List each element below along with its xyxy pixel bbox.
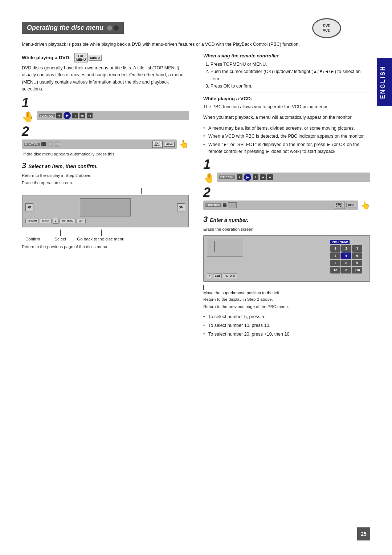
select-label: Select <box>54 237 66 241</box>
dvd-buttons: TOPMENU MENU <box>74 53 102 62</box>
step2-remote: FUNCTION AV VCD TOPMENU MENU <box>22 139 177 150</box>
dvd-section-text: DVD discs generally have their own menus… <box>22 65 189 93</box>
page-title: Operating the disc menu <box>27 24 103 32</box>
vcd-pause-btn: ⏸ <box>253 174 258 180</box>
remote-section: When using the remote controller Press T… <box>203 53 370 90</box>
pbc-display <box>207 239 243 257</box>
step2-diagram: FUNCTION AV VCD TOPMENU MENU 👆 <box>22 139 189 150</box>
final-bullet-1: To select number 5, press 5. <box>203 313 370 320</box>
top-annotation <box>22 188 189 194</box>
vcd-remote-bar-1: FUNCTION ■ ▶ ⏸ ⏮ ⏭ <box>217 173 370 182</box>
pbc-bottom: « E/Nt RETURN <box>207 274 367 278</box>
bottom-caption: Return to the previous page of the discs… <box>22 244 189 250</box>
vcd-bullet-2: When a VCD with PBC is detected, the PBC… <box>203 133 370 140</box>
remote-step-3: Press OK to confirm. <box>211 82 370 90</box>
dot2 <box>114 25 119 31</box>
num-2[interactable]: 2 <box>341 245 351 252</box>
s1-btn <box>41 142 46 146</box>
top-menu-btn: TOPMENU <box>74 53 88 62</box>
top-menu-btn2: TOPMENU <box>152 141 163 148</box>
pbc-num-grid: 1 2 3 4 5 6 7 8 9 10 0 +10 <box>330 245 367 274</box>
menu-diagram: ≪ ≫ RETURN ENTER ∨ TOP MENU EXIT <box>22 188 189 242</box>
vcd-bullet-3: When "►" or "SELECT" is displayed on the… <box>203 141 370 155</box>
num-8[interactable]: 8 <box>341 260 351 266</box>
vcd-step1-diagram: 🤚 FUNCTION ■ ▶ ⏸ ⏮ ⏭ <box>203 173 370 184</box>
pbc-annotation-line <box>215 241 215 252</box>
right-column: When using the remote controller Press T… <box>203 53 370 340</box>
num-7[interactable]: 7 <box>330 260 340 266</box>
language-tab: ENGLISH <box>377 58 392 106</box>
pbc-back-btn[interactable]: « <box>207 274 212 278</box>
goback-line <box>101 230 102 236</box>
vcd-step1-remote: FUNCTION ■ ▶ ⏸ ⏮ ⏭ <box>217 173 370 183</box>
menu-content-area <box>80 198 131 216</box>
num-1[interactable]: 1 <box>330 245 340 252</box>
vcd-erase-text: Erase the operation screen. <box>203 226 370 232</box>
nav-left-btn[interactable]: ≪ <box>25 203 33 211</box>
ok-btn[interactable]: ∨ <box>53 218 58 224</box>
vcd-header: While playing a VCD: <box>203 96 370 101</box>
step1-diagram: 🤚 FUNCTION ■ ▶ ⏸ ⏮ ⏭ <box>22 111 189 123</box>
select-line <box>60 230 61 236</box>
step3-erase-text: Erase the operation screen. <box>22 180 189 186</box>
s3-btn: VCD <box>54 141 60 147</box>
vcd-step3-number: 3 <box>203 215 208 223</box>
pbc-ctrl-btn[interactable]: PBCCTRL <box>335 202 345 209</box>
dvd-section-header: While playing a DVD: TOPMENU MENU <box>22 53 189 62</box>
num-0[interactable]: 0 <box>341 267 351 274</box>
nav-row: ≪ ≫ <box>25 198 185 216</box>
pause-btn: ⏸ <box>72 113 78 118</box>
move-annotation: Move the superimpose position to the lef… <box>203 285 281 295</box>
main-content: While playing a DVD: TOPMENU MENU DVD di… <box>22 53 370 340</box>
enter-btn[interactable]: ENTER <box>40 219 52 223</box>
vcd-bottom-caption: Return to the previous page of the PBC m… <box>203 304 370 309</box>
num-9[interactable]: 9 <box>352 260 362 266</box>
vcd-step2-number: 2 <box>203 186 370 199</box>
pbc-return-btn[interactable]: RETURN <box>223 274 237 278</box>
num-plus10[interactable]: +10 <box>352 267 362 274</box>
page-title-box: Operating the disc menu <box>22 22 124 34</box>
disc-btn[interactable]: DISC <box>346 203 356 207</box>
dvd-header-label: While playing a DVD: <box>22 55 71 60</box>
return-btn[interactable]: RETURN <box>25 219 39 223</box>
hand-icon-1: 🤚 <box>22 111 34 123</box>
hand-icon-2: 👆 <box>179 139 189 149</box>
next-btn: ⏭ <box>87 113 93 118</box>
title-decoration <box>107 25 119 31</box>
remote-bar-1: FUNCTION ■ ▶ ⏸ ⏮ ⏭ <box>37 111 189 120</box>
step3-return-text: Return to the display in Step 2 above. <box>22 173 189 178</box>
num-5[interactable]: 5 <box>341 252 351 259</box>
divider-1 <box>203 93 370 93</box>
step1-remote: FUNCTION ■ ▶ ⏸ ⏮ ⏭ <box>37 111 189 121</box>
pbc-num-label: PBC NUM: <box>330 240 350 244</box>
dvd-vcd-logo: DVDVCD <box>312 18 341 38</box>
pbc-enter-btn[interactable]: E/Nt <box>213 274 222 278</box>
vcd-play-btn: ▶ <box>244 174 251 181</box>
exit-btn[interactable]: EXIT <box>77 219 86 223</box>
s2-btn: AV <box>47 141 53 147</box>
vcd-text2: When you start playback, a menu will aut… <box>203 114 370 121</box>
pbc-screen: PBC NUM: 1 2 3 4 5 6 7 8 9 10 0 +10 <box>203 235 370 282</box>
vcd-next-btn: ⏭ <box>267 174 273 180</box>
final-bullets: To select number 5, press 5. To select n… <box>203 313 370 338</box>
num-6[interactable]: 6 <box>352 252 362 259</box>
pbc-bottom-row: « E/Nt RETURN <box>207 274 367 278</box>
topmenu-btn2[interactable]: TOP MENU <box>60 219 75 223</box>
vcd-display <box>228 202 237 208</box>
vcd-step3-header-row: 3 Enter a number. <box>203 214 370 225</box>
move-text: Move the superimpose position to the lef… <box>203 291 281 295</box>
prev-btn: ⏮ <box>79 113 85 118</box>
language-tab-label: ENGLISH <box>380 65 386 99</box>
remote-step-2: Push the cursor controller (OK) up/down/… <box>211 68 370 82</box>
remote-header: When using the remote controller <box>203 53 370 58</box>
num-10[interactable]: 10 <box>330 267 340 274</box>
vcd-func-label-2: FUNCTION <box>205 203 221 207</box>
vcd-text1: The PBC function allows you to operate t… <box>203 104 370 110</box>
num-3[interactable]: 3 <box>352 245 362 252</box>
num-4[interactable]: 4 <box>330 252 340 259</box>
vcd-bullet-1: A menu may be a list of items, divided s… <box>203 125 370 132</box>
vcd-step1-number: 1 <box>203 158 370 171</box>
annotation-line-top <box>141 188 142 194</box>
vcd-stop-btn: ■ <box>237 174 242 180</box>
nav-right-btn[interactable]: ≫ <box>177 203 185 211</box>
